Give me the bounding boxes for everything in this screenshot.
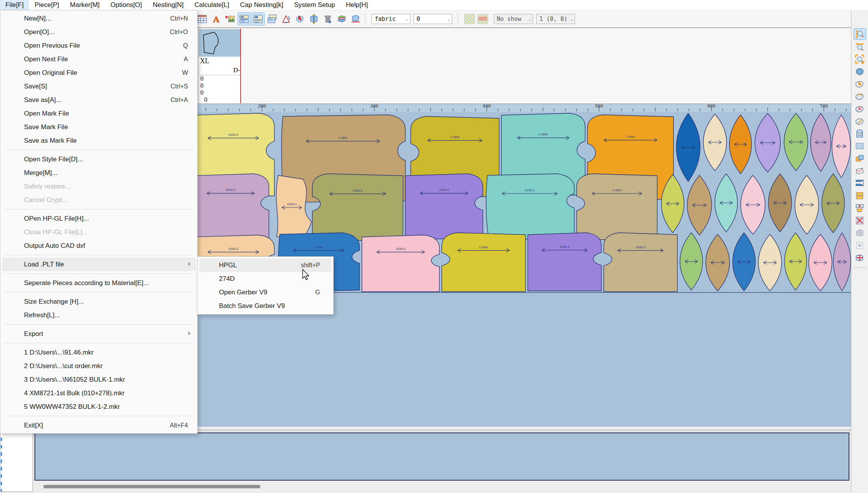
file-menu-item-open-style-file[interactable]: Open Style File[D]... — [2, 152, 196, 166]
menubar-item-options[interactable]: Options[O] — [105, 0, 147, 10]
pattern-piece[interactable] — [442, 233, 525, 292]
zoom-horizontal-icon[interactable] — [854, 41, 866, 52]
pattern-piece[interactable] — [486, 174, 574, 240]
move-piece-cross-icon[interactable] — [854, 252, 866, 263]
file-menu-item-merge[interactable]: Merge[M]... — [2, 166, 196, 180]
fabric-select[interactable]: fabric ⌄ — [372, 14, 410, 24]
send-piece-icon[interactable] — [293, 12, 307, 26]
file-menu-item-4-xm8721-1st-bulk-010-278-mkr[interactable]: 4 XM8721-1st Bulk (010+278).mkr — [2, 386, 196, 400]
split-pieces-icon[interactable] — [854, 177, 866, 189]
file-menu-item-size-exchange[interactable]: Size Exchange [H]... — [2, 295, 196, 308]
blank-sheet-icon[interactable] — [854, 140, 866, 152]
menu-item-label: Open Gerber V9 — [219, 289, 311, 296]
menubar-item-nesting[interactable]: Nesting[N] — [147, 0, 189, 10]
clear-region-icon[interactable] — [854, 214, 866, 226]
file-menu-item-open-previous-file[interactable]: Open Previous FileQ — [2, 39, 196, 52]
file-menu-item-save[interactable]: Save[S]Ctrl+S — [2, 80, 196, 93]
piece-count-value: 0 — [199, 96, 241, 103]
menubar-item-file[interactable]: File[F] — [0, 0, 29, 10]
show-mode-select[interactable]: No show ⌄ — [494, 14, 533, 24]
piece-preview-labels: XL D- — [199, 57, 241, 74]
file-menu-item-open-mark-file[interactable]: Open Mark File — [2, 107, 196, 120]
pattern-piece[interactable] — [192, 174, 269, 239]
file-menu-item-1-d-users-91-46-mkr[interactable]: 1 D:\Users\...\91.46.mkr — [2, 346, 196, 359]
sidebar-separator — [853, 267, 867, 268]
file-menu-item-save-mark-file[interactable]: Save Mark File — [2, 120, 196, 134]
dot-grid-icon[interactable] — [854, 239, 866, 251]
submenu-item-batch-save-gerber-v9[interactable]: Batch Save Gerber V9 — [199, 299, 332, 313]
menubar-item-calculate[interactable]: Calculate[L] — [189, 0, 235, 10]
file-menu-item-seperate-pieces-according-to-material[interactable]: Seperate Pieces according to Material[E]… — [2, 276, 196, 290]
font-icon[interactable]: A — [210, 12, 223, 26]
file-menu-item-3-d-users-n61052-bulk-1-mkr[interactable]: 3 D:\Users\...\N61052 BULK-1.mkr — [2, 373, 196, 386]
submenu-item-274d[interactable]: 274D — [199, 272, 332, 285]
menubar-item-piece[interactable]: Piece[P] — [29, 0, 64, 10]
pattern-piece[interactable] — [528, 233, 601, 291]
pattern-piece[interactable] — [362, 235, 439, 292]
piece-label: DG52-3 — [525, 189, 535, 192]
menu-item-label: 1 D:\Users\...\91.46.mkr — [24, 349, 188, 356]
file-menu-item-output-auto-cad-dxf[interactable]: Output Auto CAD dxf — [2, 239, 196, 253]
file-menu-item-save-as[interactable]: Save as[A]...Ctrl+A — [2, 93, 196, 107]
spec-table-icon[interactable] — [196, 12, 209, 26]
drop-piece-icon[interactable] — [854, 202, 866, 214]
file-menu-item-open[interactable]: Open[O]...Ctrl+O — [2, 25, 196, 39]
send-pieces-icon[interactable] — [854, 165, 866, 176]
file-menu-item-5-ww0ww47352-bulk-1-2-mkr[interactable]: 5 WW0WW47352 BULK-1-2.mkr — [2, 400, 196, 413]
file-menu-item-exit[interactable]: Exit[X]Alt+F4 — [2, 419, 196, 432]
zoom-fit-icon[interactable] — [854, 53, 866, 65]
menubar-item-help[interactable]: Help[H] — [341, 0, 374, 10]
position-select[interactable]: 1 (0, 0) ⌄ — [536, 14, 575, 24]
file-menu-item-save-as-mark-file[interactable]: Save as Mark File — [2, 134, 196, 147]
import-image-icon[interactable] — [224, 12, 237, 26]
cascade-windows-icon[interactable] — [265, 12, 279, 26]
pattern-piece[interactable] — [577, 174, 657, 240]
divide-piece-icon[interactable] — [307, 12, 320, 26]
pattern-piece[interactable] — [405, 174, 483, 239]
piece-region-icon[interactable] — [854, 66, 866, 77]
menu-separator — [4, 343, 194, 343]
file-menu-item-refresh[interactable]: Refresh[L]... — [2, 308, 196, 322]
list-windows-icon[interactable] — [251, 12, 265, 26]
size-table-icon[interactable]: 1 — [854, 128, 866, 139]
stack-pieces-icon[interactable] — [854, 190, 866, 201]
submenu-item-hpgl[interactable]: HPGLshift+P — [199, 258, 332, 272]
delete-icon[interactable] — [321, 12, 334, 26]
tile-windows-icon[interactable] — [238, 12, 251, 26]
file-menu-item-open-hp-gl-file[interactable]: OPen HP-GL File[H]... — [2, 212, 196, 225]
horizontal-scrollbar-thumb[interactable] — [43, 485, 260, 488]
piece-grab-icon[interactable] — [854, 78, 866, 90]
show-mode-value: No show — [497, 16, 526, 22]
copy-pieces-icon[interactable] — [854, 152, 866, 164]
file-menu-item-2-d-users-cut-order-mkr[interactable]: 2 D:\Users\...\cut order.mkr — [2, 359, 196, 373]
submenu-item-open-gerber-v9[interactable]: Open Gerber V9G — [199, 285, 332, 299]
angle-measure-icon[interactable] — [279, 12, 293, 26]
pattern-piece[interactable] — [312, 174, 403, 240]
menubar-item-cap-nesting[interactable]: Cap Nesting[k] — [234, 0, 289, 10]
file-menu-item-export[interactable]: Export› — [2, 327, 196, 341]
zoom-vertical-icon[interactable] — [854, 28, 866, 40]
size-label: XL — [200, 57, 209, 65]
file-menu-item-open-next-file[interactable]: Open Next FileA — [2, 52, 196, 66]
piece-flip-icon[interactable] — [854, 103, 866, 114]
hatch-piece-icon[interactable] — [854, 227, 866, 239]
check-pattern-marked-swatch[interactable] — [477, 14, 488, 24]
underline-piece-icon[interactable] — [349, 12, 362, 26]
piece-preview-panel[interactable]: XL D- 0000 — [198, 29, 241, 104]
layers-icon[interactable] — [335, 12, 348, 26]
file-menu-item-open-original-file[interactable]: Open Original FileW — [2, 66, 196, 80]
menu-item-label: Exit[X] — [24, 422, 165, 429]
file-menu-item-load-plt-file[interactable]: Load .PLT file› — [2, 258, 196, 271]
piece-edit-icon[interactable] — [854, 115, 866, 127]
menubar-item-system-setup[interactable]: System Setup — [289, 0, 341, 10]
layer-select[interactable]: 0 ⌄ — [413, 14, 452, 24]
menu-item-label: Open Next File — [24, 55, 179, 63]
file-menu-item-new[interactable]: New[N]...Ctrl+N — [2, 12, 196, 25]
pattern-piece[interactable] — [604, 233, 677, 292]
check-pattern-plain-swatch[interactable] — [464, 14, 475, 24]
horizontal-scrollbar[interactable] — [33, 484, 851, 490]
menubar-item-marker[interactable]: Marker[M] — [65, 0, 105, 10]
piece-rotate-icon[interactable] — [854, 90, 866, 102]
marker-overview-panel[interactable] — [34, 432, 849, 481]
piece-count-value: 0 — [199, 89, 241, 96]
